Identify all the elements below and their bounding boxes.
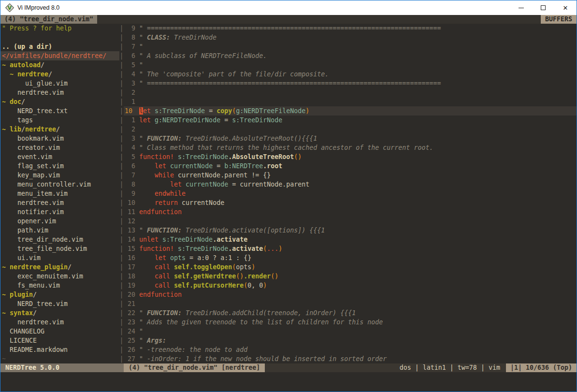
command-line[interactable]: [0, 372, 577, 392]
token: /: [48, 71, 52, 78]
token: call: [155, 263, 170, 271]
tree-row[interactable]: creator.vim: [2, 143, 119, 152]
editor-line[interactable]: 7": [124, 42, 577, 51]
editor-line[interactable]: 11endfunction: [124, 207, 577, 217]
token: menu_controller.vim: [2, 181, 91, 188]
token: /: [21, 98, 25, 105]
editor-line[interactable]: 8" CLASS: TreeDirNode: [124, 33, 577, 42]
editor-line[interactable]: 22" FUNCTION: TreeDirNode.addChild(treen…: [124, 308, 577, 318]
token: nerdtree.vim: [2, 199, 64, 206]
token: ": [139, 135, 147, 142]
tree-row[interactable]: ~ lib/nerdtree/: [2, 125, 119, 134]
editor-line[interactable]: 15function! s:TreeDirNode.activate(...): [124, 244, 577, 253]
editor-line[interactable]: 9 endwhile: [124, 189, 577, 198]
editor-line[interactable]: 18 call self.getNerdtree().render(): [124, 272, 577, 281]
tab-current[interactable]: (4) "tree_dir_node.vim": [0, 15, 97, 24]
tree-row[interactable]: nerdtree.vim: [2, 198, 119, 207]
tree-row[interactable]: ~ autoload/: [2, 60, 119, 70]
tree-row[interactable]: ~ doc/: [2, 97, 119, 106]
editor-rows[interactable]: 9" =====================================…: [124, 24, 577, 363]
token: " ======================================…: [139, 80, 441, 87]
tree-row[interactable]: [2, 33, 119, 42]
tree-row[interactable]: fs_menu.vim: [2, 281, 119, 290]
tree-row[interactable]: flag_set.vim: [2, 161, 119, 171]
tree-row[interactable]: NERD_tree.txt: [2, 106, 119, 116]
editor-line[interactable]: 25" Args:: [124, 336, 577, 345]
editor-line[interactable]: 10let s:TreeDirNode = copy(g:NERDTreeFil…: [124, 106, 577, 116]
editor-line[interactable]: 7 while currentNode.parent != {}: [124, 171, 577, 180]
window-divider[interactable]: |||||||||||||||||||||||||||||||||||||: [119, 24, 124, 363]
editor-line[interactable]: 5function! s:TreeDirNode.AbsoluteTreeRoo…: [124, 152, 577, 161]
editor-line[interactable]: 23" Adds the given treenode to the list …: [124, 318, 577, 327]
tree-row[interactable]: opener.vim: [2, 217, 119, 226]
editor-line[interactable]: 9" =====================================…: [124, 24, 577, 33]
editor-line[interactable]: 24": [124, 327, 577, 336]
editor-line[interactable]: 4" Class method that returns the highest…: [124, 143, 577, 152]
tree-row[interactable]: LICENCE: [2, 336, 119, 345]
tree-row[interactable]: " Press ? for help: [2, 24, 119, 33]
editor-line[interactable]: 27" -inOrder: 1 if the new node should b…: [124, 354, 577, 363]
tree-row[interactable]: CHANGELOG: [2, 327, 119, 336]
token: self.putCursorHere: [174, 282, 244, 289]
maximize-button[interactable]: [532, 0, 554, 15]
line-number: 18: [124, 272, 135, 281]
tree-row[interactable]: nerdtree.vim: [2, 88, 119, 97]
editor-line[interactable]: 8 let currentNode = currentNode.parent: [124, 180, 577, 189]
editor-line[interactable]: 1let g:NERDTreeDirNode = s:TreeDirNode: [124, 116, 577, 125]
editor-line[interactable]: 17 call self.toggleOpen(opts): [124, 262, 577, 272]
editor-line[interactable]: 12: [124, 217, 577, 226]
tree-row[interactable]: nerdtree.vim: [2, 318, 119, 327]
tree-row[interactable]: menu_item.vim: [2, 189, 119, 198]
tree-row[interactable]: key_map.vim: [2, 171, 119, 180]
token: ": [139, 309, 147, 317]
line-text: let opts = a:0 ? a:1 : {}: [135, 253, 251, 262]
editor-line[interactable]: 13" FUNCTION: TreeDirNode.activate([opti…: [124, 226, 577, 235]
editor-line[interactable]: 10 return currentNode: [124, 198, 577, 207]
token: ~ autoload: [2, 61, 41, 69]
tree-row[interactable]: ~: [2, 354, 119, 363]
editor-line[interactable]: 3" =====================================…: [124, 79, 577, 88]
line-number: 20: [124, 290, 135, 299]
editor-line[interactable]: 14unlet s:TreeDirNode.activate: [124, 235, 577, 244]
token: TreeDirNode.activate([options]) {{{1: [182, 227, 325, 234]
tree-row[interactable]: NERD_tree.vim: [2, 299, 119, 308]
token: " -inOrder: 1 if the new node should be …: [139, 355, 387, 363]
token: FUNCTION:: [147, 227, 182, 234]
tree-row[interactable]: ~ syntax/: [2, 308, 119, 318]
tree-row[interactable]: ~ nerdtree/: [2, 70, 119, 79]
editor-line[interactable]: 26" -treenode: the node to add: [124, 345, 577, 354]
editor-line[interactable]: 19 call self.putCursorHere(0, 0): [124, 281, 577, 290]
tree-row[interactable]: README.markdown: [2, 345, 119, 354]
line-number: 6: [124, 51, 135, 60]
editor-line[interactable]: 21: [124, 299, 577, 308]
minimize-button[interactable]: [510, 0, 532, 15]
tree-row[interactable]: tree_file_node.vim: [2, 244, 119, 253]
tree-row[interactable]: ui_glue.vim: [2, 79, 119, 88]
tree-row[interactable]: </vimfiles/bundle/nerdtree/: [0, 51, 119, 60]
editor-line[interactable]: 3" FUNCTION: TreeDirNode.AbsoluteTreeRoo…: [124, 134, 577, 143]
tree-row[interactable]: ~ plugin/: [2, 290, 119, 299]
line-number: 25: [124, 336, 135, 345]
editor-line[interactable]: 16 let opts = a:0 ? a:1 : {}: [124, 253, 577, 262]
tree-row[interactable]: bookmark.vim: [2, 134, 119, 143]
editor-line[interactable]: 6" A subclass of NERDTreeFileNode.: [124, 51, 577, 60]
tree-row[interactable]: menu_controller.vim: [2, 180, 119, 189]
editor-line[interactable]: 6 let currentNode = b:NERDTree.root: [124, 161, 577, 171]
tree-row[interactable]: path.vim: [2, 226, 119, 235]
tree-row[interactable]: ~ nerdtree_plugin/: [2, 262, 119, 272]
editor-line[interactable]: 5": [124, 60, 577, 70]
tree-row[interactable]: event.vim: [2, 152, 119, 161]
editor-line[interactable]: 20endfunction: [124, 290, 577, 299]
editor-line[interactable]: 1: [124, 97, 577, 106]
tree-row[interactable]: .. (up a dir): [2, 42, 119, 51]
tree-row[interactable]: tags: [2, 116, 119, 125]
editor-line[interactable]: 2: [124, 125, 577, 134]
tree-row[interactable]: ui.vim: [2, 253, 119, 262]
tree-row[interactable]: tree_dir_node.vim: [2, 235, 119, 244]
token: [174, 153, 178, 160]
editor-line[interactable]: 2: [124, 88, 577, 97]
editor-line[interactable]: 4" The 'composite' part of the file/dir …: [124, 70, 577, 79]
tree-row[interactable]: exec_menuitem.vim: [2, 272, 119, 281]
tree-row[interactable]: notifier.vim: [2, 207, 119, 217]
close-button[interactable]: ✕: [554, 0, 577, 15]
